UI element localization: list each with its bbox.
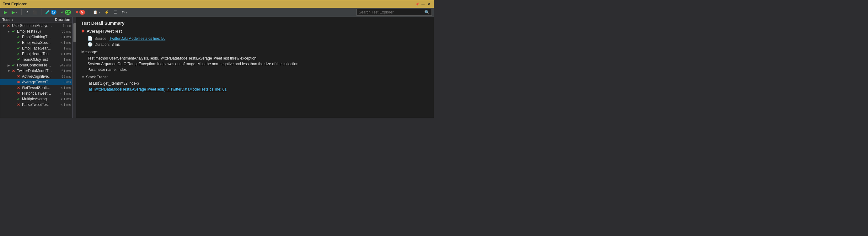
stack-line-link: at TwitterDataModelTests.AverageTweetTes…: [81, 87, 429, 93]
fail-icon: ✖: [11, 68, 16, 73]
message-title: Message:: [81, 50, 429, 54]
item-name: EmojiTests (5): [17, 29, 52, 34]
source-label: Source:: [94, 36, 107, 41]
col-test-header: Test ▲: [2, 18, 48, 22]
stack-title-row: ▼ Stack Trace:: [81, 75, 429, 79]
tree-row[interactable]: ▼ ✖ TwitterDataModelTests (6) 61 ms: [0, 68, 72, 74]
detail-stack-section: ▼ Stack Trace: at List`1.get_Item(Int32 …: [81, 75, 429, 93]
expand-icon[interactable]: ▼: [7, 30, 11, 33]
pin-button[interactable]: 📌: [415, 2, 420, 7]
tree-body[interactable]: ▼ ✖ UserSentimentAnalysis.Tests (17) 1 s…: [0, 23, 72, 118]
item-duration: 33 ms: [52, 30, 71, 33]
tree-row[interactable]: ✖ AverageTweetTest 3 ms: [0, 79, 72, 85]
window-title: Test Explorer: [3, 2, 27, 6]
playlist-dropdown: ▾: [98, 11, 100, 14]
item-name: EmojiHeartsTest: [22, 52, 52, 56]
run-all-icon: ▶: [11, 10, 15, 15]
detail-duration-row: 🕐 Duration: 3 ms: [81, 42, 429, 47]
tree-row[interactable]: ✔ TearsOfJoyTest 1 ms: [0, 57, 72, 62]
tree-row[interactable]: ✔ EmojiHeartsTest < 1 ms: [0, 51, 72, 57]
detail-message-section: Message: Test method UserSentimentAnalys…: [81, 50, 429, 72]
fail-badge-button[interactable]: ✖ 5: [74, 9, 87, 16]
tree-row[interactable]: ▶ ✔ HomeControllerTests (6) 942 ms: [0, 62, 72, 68]
expand-icon[interactable]: ▼: [7, 69, 11, 73]
fail-x-icon: ✖: [75, 10, 79, 14]
item-duration: 1 ms: [52, 58, 71, 61]
item-name: TearsOfJoyTest: [22, 57, 52, 62]
item-name: AverageTweetTest: [22, 80, 52, 84]
tree-row[interactable]: ✖ ActiveCognitiveServiceTest 58 ms: [0, 74, 72, 79]
expand-icon[interactable]: ▼: [2, 24, 6, 28]
close-button[interactable]: ✕: [426, 2, 431, 7]
tree-row[interactable]: ✔ EmojiClothingTest 31 ms: [0, 34, 72, 40]
collapse-stack-button[interactable]: ▼: [81, 75, 85, 79]
run-button[interactable]: ▶: [2, 9, 9, 16]
run-dropdown-button[interactable]: ▶ ▾: [10, 9, 19, 16]
tree-row[interactable]: ✖ GetTweetSentimentTest < 1 ms: [0, 85, 72, 91]
detail-fail-icon: ✖: [81, 29, 85, 34]
pass-count-badge: 12: [65, 10, 71, 15]
item-duration: < 1 ms: [52, 103, 71, 107]
settings-button[interactable]: ⚙ ▾: [120, 9, 129, 15]
tree-row[interactable]: ✔ EmojiExtraSpecialCharatersTest < 1 ms: [0, 40, 72, 45]
item-duration: < 1 ms: [52, 52, 71, 56]
tree-header: Test ▲ Duration: [0, 17, 72, 23]
clock-icon: 🕐: [88, 42, 93, 47]
item-name: EmojiFaceSearchTest: [22, 46, 52, 50]
settings-dropdown: ▾: [126, 11, 127, 14]
pass-icon: ✔: [11, 29, 16, 34]
run-test-button[interactable]: ⚡: [103, 9, 111, 15]
pass-badge-button[interactable]: ✔ 12: [59, 9, 72, 16]
item-duration: 1 sec: [52, 24, 71, 28]
minimize-button[interactable]: —: [421, 2, 426, 7]
refresh-button[interactable]: ↺: [24, 9, 30, 15]
fail-icon: ✖: [16, 85, 21, 90]
item-name: HistoricalTweetTest: [22, 91, 52, 96]
stop-button[interactable]: ⬛: [31, 9, 39, 15]
search-icon: 🔍: [424, 10, 430, 15]
stack-link[interactable]: at TwitterDataModelTests.AverageTweetTes…: [89, 87, 226, 92]
total-badge-button[interactable]: 🧪 17: [43, 9, 58, 16]
detail-source-row: 📄 Source: TwitterDataModelTests.cs line:…: [81, 36, 429, 41]
pass-icon: ✔: [16, 46, 21, 51]
fail-icon: ✖: [16, 74, 21, 79]
search-input[interactable]: [359, 10, 424, 14]
item-name: EmojiExtraSpecialCharatersTest: [22, 40, 52, 45]
message-body: Test method UserSentimentAnalysis.Tests.…: [81, 56, 429, 72]
group-by-button[interactable]: ☰: [112, 9, 119, 15]
scrollbar[interactable]: [72, 17, 76, 118]
message-line-2: System.ArgumentOutOfRangeException: Inde…: [88, 61, 429, 67]
fail-icon: ✖: [16, 91, 21, 96]
item-name: UserSentimentAnalysis.Tests (17): [12, 24, 52, 28]
stack-line-1: at List`1.get_Item(Int32 index): [81, 80, 429, 87]
item-name: GetTweetSentimentTest: [22, 86, 52, 90]
source-link[interactable]: TwitterDataModelTests.cs line: 56: [109, 36, 165, 41]
test-explorer-window: Test Explorer 📌 — ✕ ▶ ▶ ▾ ↺ ⬛ 🧪 17 ✔ 12: [0, 0, 434, 118]
search-box[interactable]: 🔍: [356, 9, 432, 16]
item-duration: 58 ms: [52, 75, 71, 78]
pass-check-icon: ✔: [61, 10, 64, 14]
item-name: MultipleAverageTweetTest: [22, 97, 52, 101]
item-duration: 942 ms: [52, 63, 71, 67]
item-duration: 61 ms: [52, 69, 71, 73]
expand-icon[interactable]: ▶: [7, 64, 11, 67]
fail-icon: ✖: [16, 79, 21, 85]
pass-icon: ✔: [11, 63, 16, 68]
list-icon: ☰: [114, 10, 117, 14]
item-duration: 3 ms: [52, 80, 71, 84]
tree-row[interactable]: ✖ HistoricalTweetTest < 1 ms: [0, 91, 72, 96]
tree-row[interactable]: ✔ EmojiFaceSearchTest 1 ms: [0, 45, 72, 51]
tree-row[interactable]: ▼ ✖ UserSentimentAnalysis.Tests (17) 1 s…: [0, 23, 72, 29]
message-line-1: Test method UserSentimentAnalysis.Tests.…: [88, 56, 429, 61]
tree-row[interactable]: ✖ ParseTweetTest < 1 ms: [0, 102, 72, 107]
main-area: Test ▲ Duration ▼ ✖ UserSentimentAnalysi…: [0, 17, 434, 118]
item-name: ActiveCognitiveServiceTest: [22, 74, 52, 79]
playlist-button[interactable]: 📋 ▾: [91, 9, 102, 15]
stack-title: Stack Trace:: [86, 75, 107, 79]
scroll-thumb[interactable]: [73, 23, 76, 42]
tree-row[interactable]: ✔ MultipleAverageTweetTest < 1 ms: [0, 96, 72, 102]
detail-panel: Test Detail Summary ✖ AverageTweetTest 📄…: [76, 17, 434, 118]
detail-test-name: ✖ AverageTweetTest: [81, 29, 429, 34]
detail-title: Test Detail Summary: [81, 21, 429, 26]
tree-row[interactable]: ▼ ✔ EmojiTests (5) 33 ms: [0, 29, 72, 34]
